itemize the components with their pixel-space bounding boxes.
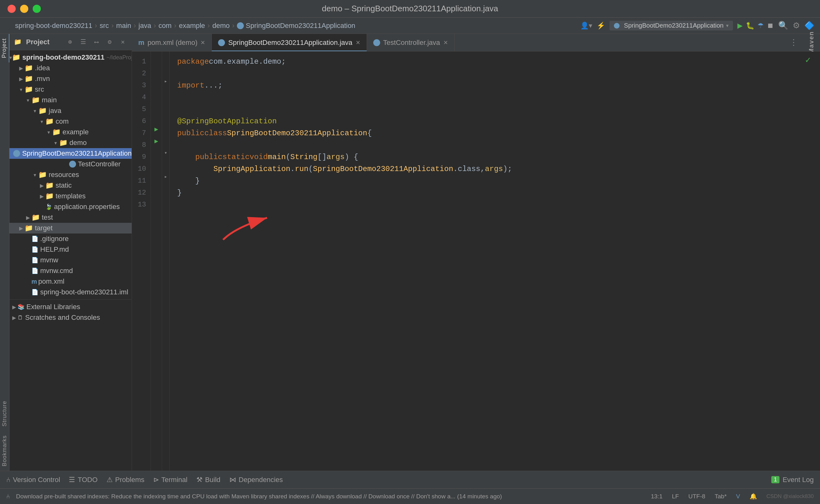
breadcrumb-project[interactable]: spring-boot-demo230211 [15,22,92,30]
status-charset[interactable]: UTF-8 [688,493,705,500]
gutter-play-9[interactable]: ▶ [151,135,162,147]
tree-item-app[interactable]: ▶ SpringBootDemo230211Application [9,148,132,159]
tree-arrow-root[interactable]: ▾ [9,55,12,61]
fold-3[interactable]: ▸ [162,75,169,87]
status-vcs-icon[interactable]: ⑃ [6,493,10,500]
close-button[interactable] [8,5,16,13]
fold-9[interactable]: ▾ [162,147,169,159]
breadcrumb-demo[interactable]: demo [213,22,230,30]
tree-item-scratches[interactable]: ▶ 🗒 Scratches and Consoles [9,312,132,323]
debug-button[interactable]: 🐛 [746,22,754,30]
breadcrumb-com[interactable]: com [159,22,172,30]
fold-icon-9[interactable]: ▾ [164,150,167,156]
minimize-button[interactable] [20,5,28,13]
notification-icon[interactable]: ⚡ [596,22,605,30]
maximize-button[interactable] [33,5,41,13]
code-content-area[interactable]: package com.example.demo; import ...; @S… [170,51,820,471]
tree-item-src[interactable]: ▾ 📁 src [9,84,132,95]
run-configuration[interactable]: SpringBootDemo230211Application ▾ [609,21,733,30]
project-panel-label[interactable]: Project [0,34,9,62]
tree-item-root[interactable]: ▾ 📁 spring-boot-demo230211 ~/IdeaProject… [9,52,132,63]
problems-button[interactable]: ⚠ Problems [106,476,144,484]
status-notifications[interactable]: 🔔 [750,493,757,500]
tree-item-external-libs[interactable]: ▶ 📚 External Libraries [9,302,132,312]
search-everywhere-icon[interactable]: 🔍 [778,21,788,30]
status-position[interactable]: 13:1 [651,493,663,500]
tree-item-test[interactable]: ▶ 📁 test [9,212,132,223]
tree-arrow-scratches[interactable]: ▶ [11,315,18,321]
breadcrumb-file[interactable]: SpringBootDemo230211Application [246,22,355,30]
tab-more-button[interactable]: ⋮ [785,34,803,51]
tree-item-resources[interactable]: ▾ 📁 resources [9,169,132,180]
breadcrumb-src[interactable]: src [100,22,109,30]
breadcrumb-example[interactable]: example [179,22,205,30]
plugins-icon[interactable]: 🔷 [804,21,814,30]
tree-arrow-resources[interactable]: ▾ [31,172,38,178]
tree-arrow-static[interactable]: ▶ [38,183,45,189]
build-button[interactable]: ⚒ Build [196,476,221,484]
bookmarks-panel-label[interactable]: Bookmarks [0,431,9,471]
tree-item-mvn[interactable]: ▶ 📁 .mvn [9,73,132,84]
tree-item-mvnwcmd[interactable]: ▶ 📄 mvnw.cmd [9,265,132,276]
run-line-9-icon[interactable]: ▶ [154,137,158,145]
tree-item-static[interactable]: ▶ 📁 static [9,180,132,191]
run-button[interactable]: ▶ [737,22,743,30]
dependencies-button[interactable]: ⋈ Dependencies [229,476,283,484]
tab-close-testcontroller[interactable]: ✕ [443,39,448,46]
tab-springboot[interactable]: SpringBootDemo230211Application.java ✕ [212,34,367,51]
tree-arrow-java[interactable]: ▾ [31,108,38,114]
fold-icon-11[interactable]: ▸ [164,174,167,180]
tree-arrow-templates[interactable]: ▶ [38,193,45,199]
settings-gear-icon[interactable]: ⚙ [105,38,114,46]
tree-item-demo[interactable]: ▾ 📁 demo [9,137,132,148]
tree-arrow-test[interactable]: ▶ [24,215,31,221]
tree-arrow-src[interactable]: ▾ [18,87,24,93]
maven-panel-button[interactable]: Maven [803,34,820,51]
coverage-button[interactable]: ☂ [758,22,764,30]
tree-arrow-mvn[interactable]: ▶ [18,76,24,82]
breadcrumb-java[interactable]: java [138,22,151,30]
tree-item-pomxml[interactable]: ▶ m pom.xml [9,276,132,287]
status-vcs-branch[interactable]: V [736,493,740,500]
stop-button[interactable]: ⏹ [767,22,774,30]
gutter-play-7[interactable]: ▶ [151,123,162,135]
tree-arrow-main[interactable]: ▾ [24,97,31,103]
run-line-7-icon[interactable]: ▶ [154,125,158,133]
tree-item-idea[interactable]: ▶ 📁 .idea [9,63,132,73]
tree-item-com[interactable]: ▾ 📁 com [9,116,132,127]
tree-item-controller[interactable]: ▶ TestController [9,159,132,169]
settings-icon[interactable]: ⚙ [793,21,800,30]
tree-arrow-target[interactable]: ▶ [18,225,24,231]
terminal-button[interactable]: ⊳ Terminal [153,476,187,484]
collapse-icon[interactable]: ☰ [79,38,88,46]
fold-icon-3[interactable]: ▸ [164,78,167,84]
sort-icon[interactable]: ⟷ [92,38,101,46]
status-indent[interactable]: Tab* [715,493,727,500]
user-icon[interactable]: 👤▾ [580,22,592,30]
tab-testcontroller[interactable]: TestController.java ✕ [367,34,455,51]
tree-item-target[interactable]: ▶ 📁 target [9,223,132,233]
tree-arrow-external-libs[interactable]: ▶ [11,304,18,310]
tree-arrow-com[interactable]: ▾ [38,119,45,125]
tree-item-example[interactable]: ▾ 📁 example [9,127,132,137]
scope-icon[interactable]: ⊕ [66,38,74,46]
tree-item-java[interactable]: ▾ 📁 java [9,105,132,116]
version-control-button[interactable]: ⑃ Version Control [6,476,60,484]
folder-tree-icon[interactable]: 📁 [14,38,22,46]
tree-item-mvnw[interactable]: ▶ 📄 mvnw [9,255,132,265]
tree-item-gitignore[interactable]: ▶ 📄 .gitignore [9,233,132,244]
tab-close-pomxml[interactable]: ✕ [200,39,205,46]
tree-arrow-idea[interactable]: ▶ [18,65,24,71]
fold-11[interactable]: ▸ [162,171,169,183]
tab-close-springboot[interactable]: ✕ [356,39,360,46]
breadcrumb-main[interactable]: main [116,22,131,30]
todo-button[interactable]: ☰ TODO [69,476,97,484]
status-lf[interactable]: LF [672,493,679,500]
event-log-section[interactable]: 1 Event Log [771,476,814,484]
close-panel-icon[interactable]: ✕ [118,38,127,46]
tree-item-properties[interactable]: ▶ 🍃 application.properties [9,201,132,212]
tab-pomxml[interactable]: m pom.xml (demo) ✕ [132,34,212,51]
tree-item-iml[interactable]: ▶ 📄 spring-boot-demo230211.iml [9,287,132,298]
structure-panel-label[interactable]: Structure [0,396,9,431]
tree-item-templates[interactable]: ▶ 📁 templates [9,191,132,201]
